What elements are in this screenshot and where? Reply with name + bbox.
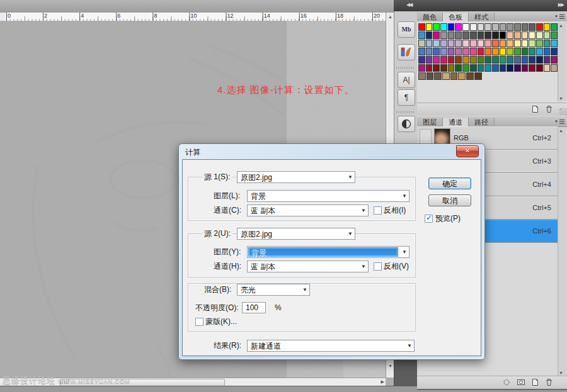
swatch[interactable]: [442, 72, 450, 80]
swatch[interactable]: [448, 40, 455, 47]
swatch[interactable]: [478, 48, 484, 55]
delete-swatch-icon[interactable]: [545, 105, 553, 113]
swatch[interactable]: [440, 64, 447, 72]
swatch[interactable]: [433, 48, 440, 55]
swatch[interactable]: [529, 64, 536, 72]
masks-panel-icon[interactable]: [398, 116, 415, 132]
swatch[interactable]: [500, 40, 507, 47]
swatch[interactable]: [507, 56, 513, 64]
swatch[interactable]: [462, 31, 469, 39]
swatch[interactable]: [462, 40, 469, 47]
swatch[interactable]: [536, 40, 543, 47]
new-channel-icon[interactable]: [531, 378, 539, 386]
swatch[interactable]: [529, 48, 536, 55]
swatch[interactable]: [448, 48, 455, 55]
swatch[interactable]: [466, 72, 474, 80]
channel1-dropdown[interactable]: 蓝 副本: [247, 204, 369, 216]
swatch[interactable]: [492, 64, 499, 72]
swatch[interactable]: [433, 56, 440, 64]
swatch[interactable]: [440, 56, 447, 64]
tab-色板[interactable]: 色板: [443, 13, 469, 21]
save-selection-icon[interactable]: [517, 378, 525, 386]
swatch[interactable]: [478, 56, 484, 64]
swatch[interactable]: [536, 23, 543, 31]
swatch[interactable]: [418, 31, 425, 39]
paragraph-panel-icon[interactable]: ¶: [398, 89, 415, 106]
swatch[interactable]: [458, 72, 466, 80]
swatch[interactable]: [448, 56, 455, 64]
swatch[interactable]: [514, 64, 521, 72]
swatch[interactable]: [529, 31, 536, 39]
swatch[interactable]: [484, 48, 491, 55]
swatch[interactable]: [544, 31, 551, 39]
panel-menu-icon[interactable]: [554, 119, 564, 125]
swatch[interactable]: [551, 23, 558, 31]
swatch[interactable]: [551, 64, 558, 72]
swatch[interactable]: [448, 31, 455, 39]
swatch[interactable]: [462, 23, 469, 31]
swatch[interactable]: [551, 40, 558, 47]
swatch[interactable]: [484, 56, 491, 64]
source2-dropdown[interactable]: 原图2.jpg: [237, 228, 355, 240]
swatch[interactable]: [492, 56, 499, 64]
blend-dropdown[interactable]: 亮光: [237, 284, 310, 296]
swatch[interactable]: [492, 23, 499, 31]
invert1-checkbox[interactable]: [374, 206, 382, 215]
swatch[interactable]: [418, 48, 425, 55]
swatch[interactable]: [522, 31, 529, 39]
swatch[interactable]: [440, 40, 447, 47]
swatch[interactable]: [522, 23, 529, 31]
swatch[interactable]: [418, 23, 425, 31]
swatch[interactable]: [470, 48, 477, 55]
swatch[interactable]: [470, 56, 477, 64]
swatch[interactable]: [470, 64, 477, 72]
swatch[interactable]: [474, 72, 482, 80]
close-icon[interactable]: [456, 145, 479, 157]
swatch[interactable]: [492, 48, 499, 55]
panel-resize-grip[interactable]: [559, 108, 566, 115]
swatch[interactable]: [448, 64, 455, 72]
swatch[interactable]: [492, 40, 499, 47]
tab-图层[interactable]: 图层: [417, 118, 443, 126]
scroll-up-icon[interactable]: [559, 128, 563, 133]
tab-样式[interactable]: 样式: [469, 13, 495, 21]
swatch[interactable]: [418, 64, 425, 72]
swatch[interactable]: [514, 31, 521, 39]
swatch[interactable]: [434, 72, 442, 80]
calculations-dialog[interactable]: 计算 源 1(S): 原图2.jpg 图层(L): 背景 通道(C): 蓝 副本…: [178, 143, 485, 360]
scroll-up-icon[interactable]: [559, 23, 563, 28]
scroll-right-icon[interactable]: [381, 379, 384, 384]
tab-通道[interactable]: 通道: [443, 118, 469, 126]
swatch[interactable]: [484, 64, 491, 72]
swatch[interactable]: [507, 31, 513, 39]
swatch[interactable]: [462, 64, 469, 72]
swatch[interactable]: [500, 48, 507, 55]
swatch[interactable]: [427, 72, 434, 80]
swatch[interactable]: [462, 56, 469, 64]
swatch[interactable]: [522, 64, 529, 72]
swatch[interactable]: [507, 40, 513, 47]
swatch[interactable]: [544, 48, 551, 55]
channels-scrollbar[interactable]: [558, 128, 566, 376]
swatch[interactable]: [544, 56, 551, 64]
swatch[interactable]: [426, 31, 433, 39]
scroll-down-icon[interactable]: [387, 362, 394, 369]
swatch[interactable]: [448, 23, 455, 31]
collapse-icon-strip-icon[interactable]: [406, 2, 411, 8]
swatch[interactable]: [484, 40, 491, 47]
tab-颜色[interactable]: 颜色: [417, 13, 443, 21]
swatch[interactable]: [450, 72, 458, 80]
mini-bridge-icon[interactable]: Mb: [398, 21, 415, 38]
swatch[interactable]: [455, 64, 462, 72]
swatch[interactable]: [426, 56, 433, 64]
swatch[interactable]: [440, 48, 447, 55]
opacity-input[interactable]: 100: [242, 302, 266, 313]
panel-menu-icon[interactable]: [554, 14, 564, 20]
swatch[interactable]: [551, 56, 558, 64]
source1-dropdown[interactable]: 原图2.jpg: [237, 171, 355, 183]
swatch[interactable]: [507, 64, 513, 72]
layer1-dropdown[interactable]: 背景: [247, 190, 410, 202]
swatch[interactable]: [500, 31, 507, 39]
ok-button[interactable]: 确定: [428, 177, 471, 189]
swatches-scrollbar[interactable]: [558, 23, 566, 101]
